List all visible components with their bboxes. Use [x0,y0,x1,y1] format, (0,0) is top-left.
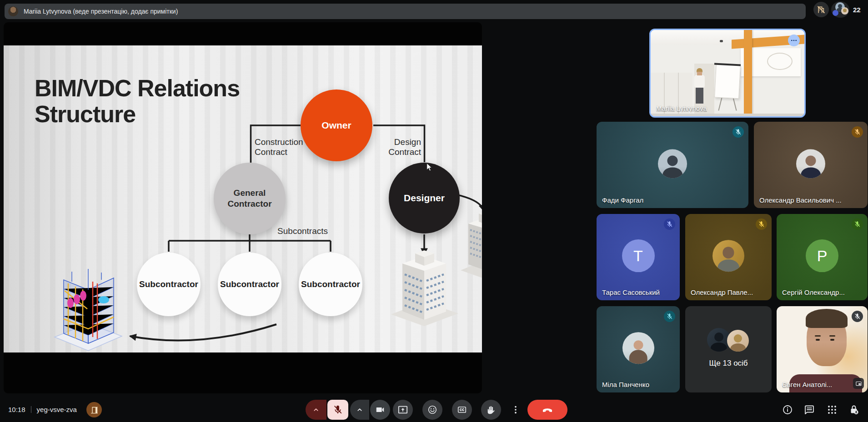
closed-captions-icon [457,405,467,415]
present-screen-button[interactable] [393,400,413,420]
org-node-owner: Owner [301,89,372,161]
participant-name: Тарас Сасовський [602,288,660,296]
office-building-off-button[interactable] [813,2,829,17]
mouse-cursor [426,163,433,172]
tile-mila-panchenko[interactable]: Міла Панченко [597,306,680,392]
label-construction-contract: Construction Contract [255,137,303,157]
tile-more-people[interactable]: Ще 13 осіб [685,306,772,392]
building-slash-icon [817,5,826,14]
lock-person-icon [848,404,859,415]
tile-presenter-mariia[interactable]: Mariia Lytvynova [649,29,806,118]
more-vertical-icon [511,405,521,415]
smiley-icon [427,405,437,415]
bim-model-illustration [55,269,122,351]
pip-icon [855,380,862,387]
tile-oleksandr-vasylovych[interactable]: Олександр Васильович ... [754,122,868,208]
org-node-subcontractor-2: Subcontractor [218,253,281,316]
present-to-all-icon [398,405,408,415]
avatar [712,240,744,272]
camera-options-chevron[interactable] [350,400,369,420]
org-node-subcontractor-1: Subcontractor [137,253,201,316]
participant-name: Євген Анатолі... [782,381,832,388]
participant-name: Олександр Васильович ... [759,196,842,204]
participant-name: Сергій Олександр... [782,288,845,296]
participant-count: 22 [853,6,861,14]
meta-divider [31,406,31,413]
avatar-initial: Т [622,239,655,272]
clock-time: 10:18 [8,406,25,413]
presenter-video [651,30,804,116]
mic-options-chevron[interactable] [306,400,326,420]
mic-muted-icon [852,311,863,322]
apps-grid-icon [827,404,838,415]
meeting-code: yeg-vsve-zva [37,406,77,413]
mic-mute-toggle-button[interactable] [327,400,348,420]
chat-icon [804,404,815,415]
presenter-avatar [8,6,18,16]
activities-button[interactable] [827,404,838,415]
meeting-room-badge[interactable] [86,402,102,417]
org-node-general-contractor: General Contractor [214,163,286,234]
participant-name: Олександр Павле... [691,288,753,296]
camera-control[interactable] [350,400,390,420]
raise-hand-button[interactable] [481,400,501,420]
presenter-status-bar: Mariia Lytvynova (веде презентацію, дода… [5,4,806,19]
participant-avatars-cluster [831,1,849,18]
reactions-button[interactable] [422,400,442,420]
mic-muted-icon [733,126,744,138]
tile-taras-sasovskyi[interactable]: Т Тарас Сасовський [597,214,680,300]
tile-options-button[interactable] [788,35,800,46]
info-icon [782,404,793,415]
tile-serhii-oleksandr[interactable]: Р Сергій Олександр... [777,214,868,300]
org-node-designer: Designer [389,163,460,233]
avatar-initial: Р [806,239,838,272]
building-illustration-design [461,211,482,279]
presenter-status-label: Mariia Lytvynova (веде презентацію, дода… [24,8,178,15]
chevron-up-icon [312,406,320,414]
mic-muted-icon [756,218,767,230]
microphone-control[interactable] [306,400,348,420]
more-people-label: Ще 13 осіб [685,359,772,368]
videocam-icon [375,405,385,415]
presentation-slide: BIM/VDC Relations Structure Owner Genera… [4,45,482,352]
tile-yevhen-anatolii[interactable]: Євген Анатолі... [777,306,868,392]
mic-off-icon [333,405,343,415]
mic-muted-icon [664,311,675,322]
picture-in-picture-button[interactable] [853,378,864,389]
participant-name: Міла Панченко [602,381,649,388]
door-open-icon [90,406,99,414]
tile-fady-fargal[interactable]: Фади Фаргал [597,122,748,208]
participant-name: Mariia Lytvynova [656,104,707,112]
avatar [622,332,654,364]
raised-hand-icon [486,405,496,415]
building-illustration-construction [391,250,458,326]
tile-oleksandr-pavle[interactable]: Олександр Павле... [685,214,772,300]
avatar [796,149,825,178]
org-node-subcontractor-3: Subcontractor [299,253,362,316]
meeting-meta: 10:18 yeg-vsve-zva [8,406,77,413]
more-options-button[interactable] [506,400,526,420]
mic-muted-icon [852,218,863,230]
participants-count-button[interactable]: 22 [831,1,861,18]
participant-name: Фади Фаргал [602,196,643,204]
host-controls-button[interactable] [848,404,859,415]
phone-hangup-icon [542,404,553,416]
more-people-avatars [703,328,753,352]
avatar [658,149,687,178]
meeting-details-button[interactable] [782,404,793,415]
camera-toggle-button[interactable] [370,400,390,420]
captions-button[interactable] [452,400,472,420]
mic-muted-icon [852,126,863,138]
chat-button[interactable] [804,404,815,415]
leave-call-button[interactable] [527,400,567,420]
mic-muted-icon [664,218,675,230]
chevron-up-icon [356,406,364,414]
more-horizontal-icon [790,37,798,44]
label-design-contract: Design Contract [363,137,421,157]
